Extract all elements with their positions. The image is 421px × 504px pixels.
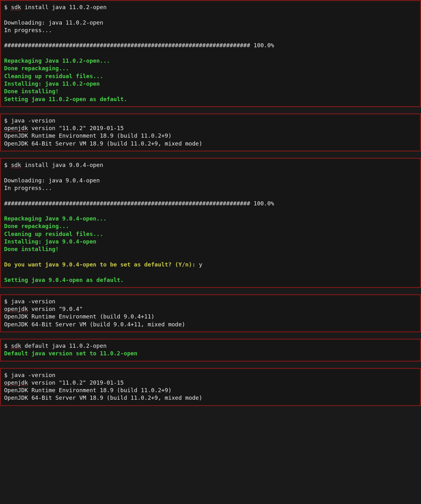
terminal-line: Downloading: java 11.0.2-open bbox=[4, 19, 417, 26]
terminal-text: Cleaning up residual files... bbox=[4, 231, 103, 237]
terminal-line: Default java version set to 11.0.2-open bbox=[4, 350, 417, 357]
terminal-text: OpenJDK Runtime Environment (build 9.0.4… bbox=[4, 313, 155, 320]
terminal-block-java-version-11-second: $ java -versionopenjdk version "11.0.2" … bbox=[0, 368, 421, 406]
terminal-text: $ java -version bbox=[4, 372, 56, 378]
terminal-text: OpenJDK 64-Bit Server VM 18.9 (build 11.… bbox=[4, 394, 202, 401]
terminal-text: Done repackaging... bbox=[4, 65, 69, 72]
terminal-text: version "9.0.4" bbox=[28, 306, 83, 312]
terminal-line: openjdk version "11.0.2" 2019-01-15 bbox=[4, 379, 417, 387]
terminal-line: Installing: java 9.0.4-open bbox=[4, 238, 417, 245]
terminal-line: $ sdk install java 11.0.2-open bbox=[4, 3, 417, 11]
terminal-text: openjdk bbox=[4, 125, 28, 131]
terminal-line: OpenJDK Runtime Environment 18.9 (build … bbox=[4, 132, 417, 140]
terminal-line: Done repackaging... bbox=[4, 222, 417, 230]
terminal-line: $ java -version bbox=[4, 117, 417, 124]
terminal-line: Done installing! bbox=[4, 245, 417, 253]
terminal-line: Done installing! bbox=[4, 88, 417, 95]
terminal-line: OpenJDK 64-Bit Server VM (build 9.0.4+11… bbox=[4, 321, 417, 328]
terminal-blank-line bbox=[4, 253, 417, 261]
terminal-text: Downloading: java 9.0.4-open bbox=[4, 177, 100, 184]
terminal-line: $ java -version bbox=[4, 298, 417, 305]
terminal-text: OpenJDK 64-Bit Server VM (build 9.0.4+11… bbox=[4, 321, 185, 328]
terminal-line: openjdk version "9.0.4" bbox=[4, 305, 417, 313]
terminal-text: ########################################… bbox=[4, 42, 274, 49]
terminal-line: OpenJDK 64-Bit Server VM 18.9 (build 11.… bbox=[4, 140, 417, 147]
terminal-line: Setting java 9.0.4-open as default. bbox=[4, 276, 417, 284]
terminal-text: default java 11.0.2-open bbox=[21, 342, 107, 349]
terminal-text: OpenJDK Runtime Environment 18.9 (build … bbox=[4, 132, 172, 139]
terminal-text: Done installing! bbox=[4, 246, 59, 252]
terminal-block-default-java11: $ sdk default java 11.0.2-openDefault ja… bbox=[0, 339, 421, 362]
terminal-line: Setting java 11.0.2-open as default. bbox=[4, 95, 417, 103]
terminal-text: install java 11.0.2-open bbox=[21, 4, 107, 10]
terminal-block-java-version-9: $ java -versionopenjdk version "9.0.4"Op… bbox=[0, 294, 421, 332]
terminal-line: Downloading: java 9.0.4-open bbox=[4, 177, 417, 184]
terminal-text: Installing: java 11.0.2-open bbox=[4, 80, 100, 87]
terminal-text: Default java version set to 11.0.2-open bbox=[4, 350, 137, 357]
terminal-line: In progress... bbox=[4, 26, 417, 34]
terminal-blank-line bbox=[4, 49, 417, 57]
terminal-block-install-java9: $ sdk install java 9.0.4-open Downloadin… bbox=[0, 158, 421, 288]
terminal-text: Cleaning up residual files... bbox=[4, 73, 103, 79]
terminal-line: ########################################… bbox=[4, 42, 417, 49]
terminal-line: OpenJDK 64-Bit Server VM 18.9 (build 11.… bbox=[4, 394, 417, 402]
terminal-text: $ bbox=[4, 162, 11, 168]
terminal-text: version "11.0.2" 2019-01-15 bbox=[28, 379, 124, 386]
terminal-line: In progress... bbox=[4, 184, 417, 192]
terminal-line: Done repackaging... bbox=[4, 65, 417, 72]
terminal-blank-line bbox=[4, 34, 417, 42]
terminal-text: Setting java 11.0.2-open as default. bbox=[4, 96, 127, 102]
terminal-blank-line bbox=[4, 192, 417, 199]
terminal-text: Repackaging Java 9.0.4-open... bbox=[4, 215, 107, 222]
terminal-text: sdk bbox=[11, 342, 21, 349]
terminal-text: openjdk bbox=[4, 306, 28, 312]
terminal-text: version "11.0.2" 2019-01-15 bbox=[28, 125, 124, 131]
terminal-text: y bbox=[199, 261, 202, 268]
terminal-line: Cleaning up residual files... bbox=[4, 72, 417, 80]
terminal-text: $ bbox=[4, 4, 11, 10]
terminal-text: In progress... bbox=[4, 185, 52, 191]
terminal-line: Repackaging Java 11.0.2-open... bbox=[4, 57, 417, 65]
terminal-text: $ java -version bbox=[4, 117, 56, 124]
terminal-line: openjdk version "11.0.2" 2019-01-15 bbox=[4, 124, 417, 132]
terminal-blank-line bbox=[4, 11, 417, 19]
terminal-block-install-java11: $ sdk install java 11.0.2-open Downloadi… bbox=[0, 0, 421, 107]
terminal-line: ########################################… bbox=[4, 200, 417, 207]
terminal-blank-line bbox=[4, 207, 417, 215]
terminal-line: $ sdk default java 11.0.2-open bbox=[4, 342, 417, 350]
terminal-text: Downloading: java 11.0.2-open bbox=[4, 19, 103, 26]
terminal-text: Do you want java 9.0.4-open to be set as… bbox=[4, 261, 199, 268]
terminal-text: sdk bbox=[11, 4, 21, 10]
terminal-text: Done repackaging... bbox=[4, 223, 69, 229]
terminal-text: sdk bbox=[11, 162, 21, 168]
terminal-text: Done installing! bbox=[4, 88, 59, 94]
terminal-line: $ java -version bbox=[4, 371, 417, 379]
terminal-text: Installing: java 9.0.4-open bbox=[4, 238, 96, 245]
terminal-line: Repackaging Java 9.0.4-open... bbox=[4, 215, 417, 222]
terminal-text: Repackaging Java 11.0.2-open... bbox=[4, 57, 110, 64]
terminal-text: Setting java 9.0.4-open as default. bbox=[4, 277, 124, 283]
terminal-text: $ java -version bbox=[4, 298, 56, 305]
terminal-text: openjdk bbox=[4, 379, 28, 386]
terminal-line: Installing: java 11.0.2-open bbox=[4, 80, 417, 88]
terminal-line: OpenJDK Runtime Environment (build 9.0.4… bbox=[4, 313, 417, 320]
terminal-blank-line bbox=[4, 169, 417, 176]
terminal-line: OpenJDK Runtime Environment 18.9 (build … bbox=[4, 387, 417, 394]
terminal-text: OpenJDK Runtime Environment 18.9 (build … bbox=[4, 387, 172, 393]
terminal-text: ########################################… bbox=[4, 200, 274, 207]
terminal-screenshot: $ sdk install java 11.0.2-open Downloadi… bbox=[0, 0, 421, 406]
terminal-text: OpenJDK 64-Bit Server VM 18.9 (build 11.… bbox=[4, 140, 202, 147]
terminal-block-java-version-11-first: $ java -versionopenjdk version "11.0.2" … bbox=[0, 113, 421, 152]
terminal-line: Do you want java 9.0.4-open to be set as… bbox=[4, 261, 417, 268]
terminal-line: $ sdk install java 9.0.4-open bbox=[4, 161, 417, 169]
terminal-line: Cleaning up residual files... bbox=[4, 230, 417, 238]
terminal-text: In progress... bbox=[4, 27, 52, 33]
terminal-text: install java 9.0.4-open bbox=[21, 162, 103, 168]
terminal-blank-line bbox=[4, 268, 417, 276]
terminal-text: $ bbox=[4, 342, 11, 349]
